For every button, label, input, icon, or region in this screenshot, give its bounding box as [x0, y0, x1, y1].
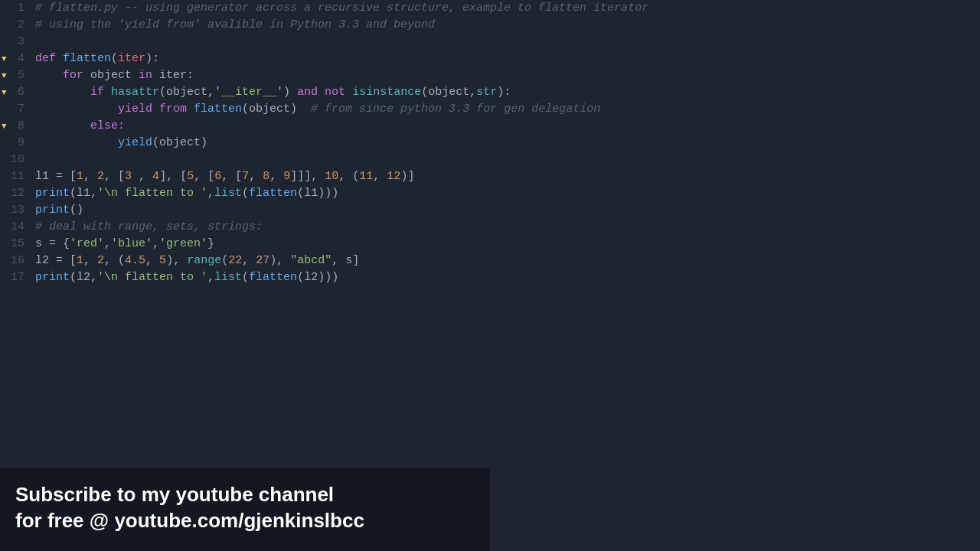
banner-line2: for free @ youtube.com/gjenkinslbcc [15, 508, 469, 534]
banner-line1: Subscribe to my youtube channel [15, 482, 469, 508]
subscribe-banner: Subscribe to my youtube channel for free… [0, 468, 490, 551]
line-17: 17 print(l2,'\n flatten to ',list(flatte… [0, 269, 980, 286]
line-3: 3 [0, 34, 980, 51]
line-8: ▼8 else: [0, 118, 980, 135]
line-9: 9 yield(object) [0, 135, 980, 152]
line-13: 13 print() [0, 202, 980, 219]
line-12: 12 print(l1,'\n flatten to ',list(flatte… [0, 185, 980, 202]
line-14: 14 # deal with range, sets, strings: [0, 219, 980, 236]
line-15: 15 s = {'red','blue','green'} [0, 236, 980, 253]
line-6: ▼6 if hasattr(object,'__iter__') and not… [0, 84, 980, 101]
code-lines: 1 # flatten.py -- using generator across… [0, 0, 980, 286]
line-2: 2 # using the 'yield from' avalible in P… [0, 17, 980, 34]
line-1: 1 # flatten.py -- using generator across… [0, 0, 980, 17]
line-4: ▼4 def flatten(iter): [0, 51, 980, 67]
line-10: 10 [0, 152, 980, 168]
line-16: 16 l2 = [1, 2, (4.5, 5), range(22, 27), … [0, 253, 980, 269]
line-5: ▼5 for object in iter: [0, 67, 980, 84]
line-11: 11 l1 = [1, 2, [3 , 4], [5, [6, [7, 8, 9… [0, 168, 980, 185]
line-7: 7 yield from flatten(object) # from sinc… [0, 101, 980, 118]
